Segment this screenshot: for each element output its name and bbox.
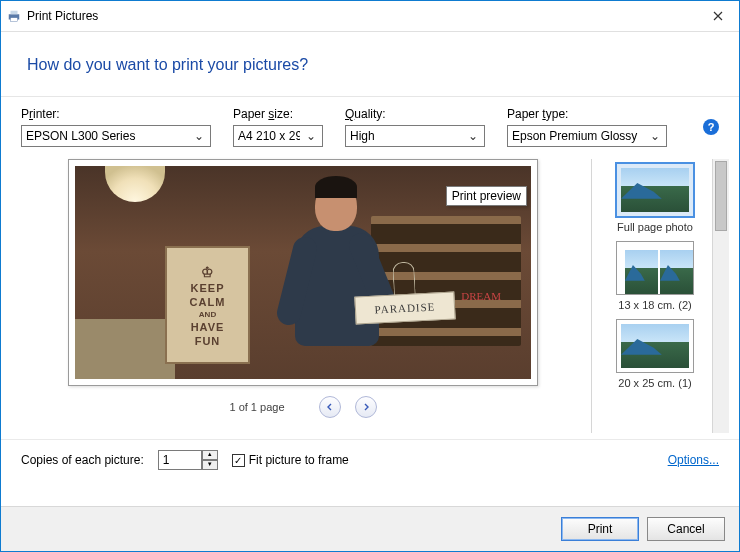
header: How do you want to print your pictures?	[1, 31, 739, 97]
chevron-down-icon: ⌄	[192, 129, 206, 143]
page-indicator: 1 of 1 page	[229, 401, 284, 413]
chevron-down-icon: ⌄	[648, 129, 662, 143]
quality-label: Quality:	[345, 107, 485, 121]
papersize-label: Paper size:	[233, 107, 323, 121]
fit-to-frame-checkbox[interactable]: ✓ Fit picture to frame	[232, 453, 349, 467]
next-page-button[interactable]	[355, 396, 377, 418]
copies-up[interactable]: ▲	[202, 450, 218, 460]
layout-option[interactable]: 13 x 18 cm. (2)	[604, 241, 706, 311]
print-pictures-dialog: Print Pictures How do you want to print …	[0, 0, 740, 552]
layout-option[interactable]: 20 x 25 cm. (1)	[604, 319, 706, 389]
titlebar: Print Pictures	[1, 1, 739, 31]
printer-icon	[7, 9, 21, 23]
papersize-select[interactable]: A4 210 x 297 ⌄	[233, 125, 323, 147]
paradise-sign: PARADISE	[354, 291, 455, 324]
print-preview: ♔ KEEP CALM AND HAVE FUN PARADISE DREAM	[68, 159, 538, 386]
dream-sign: DREAM	[461, 290, 501, 302]
arrow-right-icon	[362, 403, 370, 411]
arrow-left-icon	[326, 403, 334, 411]
pager: 1 of 1 page	[229, 396, 376, 418]
print-button[interactable]: Print	[561, 517, 639, 541]
button-bar: Print Cancel	[1, 506, 739, 551]
copies-down[interactable]: ▼	[202, 460, 218, 470]
header-question: How do you want to print your pictures?	[27, 56, 719, 74]
chevron-down-icon: ⌄	[466, 129, 480, 143]
layout-scrollbar[interactable]	[712, 159, 729, 433]
chevron-down-icon: ⌄	[304, 129, 318, 143]
layout-label: Full page photo	[617, 221, 693, 233]
layout-label: 13 x 18 cm. (2)	[618, 299, 691, 311]
layout-thumb	[616, 163, 694, 217]
layout-thumb	[616, 319, 694, 373]
papertype-select[interactable]: Epson Premium Glossy ⌄	[507, 125, 667, 147]
layout-list: Full page photo13 x 18 cm. (2)20 x 25 cm…	[591, 159, 706, 433]
layout-label: 20 x 25 cm. (1)	[618, 377, 691, 389]
layout-thumb	[616, 241, 694, 295]
copies-input[interactable]	[158, 450, 202, 470]
svg-rect-2	[11, 18, 18, 22]
quality-select[interactable]: High ⌄	[345, 125, 485, 147]
close-icon	[713, 11, 723, 21]
preview-area: ♔ KEEP CALM AND HAVE FUN PARADISE DREAM	[21, 159, 585, 433]
settings-row: Printer: EPSON L300 Series ⌄ Paper size:…	[1, 97, 739, 153]
options-row: Copies of each picture: ▲ ▼ ✓ Fit pictur…	[1, 439, 739, 476]
copies-label: Copies of each picture:	[21, 453, 144, 467]
svg-rect-1	[11, 11, 18, 15]
close-button[interactable]	[703, 1, 733, 31]
keep-calm-sign: ♔ KEEP CALM AND HAVE FUN	[165, 246, 250, 364]
help-button[interactable]: ?	[703, 119, 719, 135]
preview-tooltip: Print preview	[446, 186, 527, 206]
printer-select[interactable]: EPSON L300 Series ⌄	[21, 125, 211, 147]
window-title: Print Pictures	[27, 9, 98, 23]
checkbox-icon: ✓	[232, 454, 245, 467]
layout-option[interactable]: Full page photo	[604, 163, 706, 233]
papertype-label: Paper type:	[507, 107, 667, 121]
prev-page-button[interactable]	[319, 396, 341, 418]
options-link[interactable]: Options...	[668, 453, 719, 467]
printer-label: Printer:	[21, 107, 211, 121]
cancel-button[interactable]: Cancel	[647, 517, 725, 541]
scroll-thumb[interactable]	[715, 161, 727, 231]
